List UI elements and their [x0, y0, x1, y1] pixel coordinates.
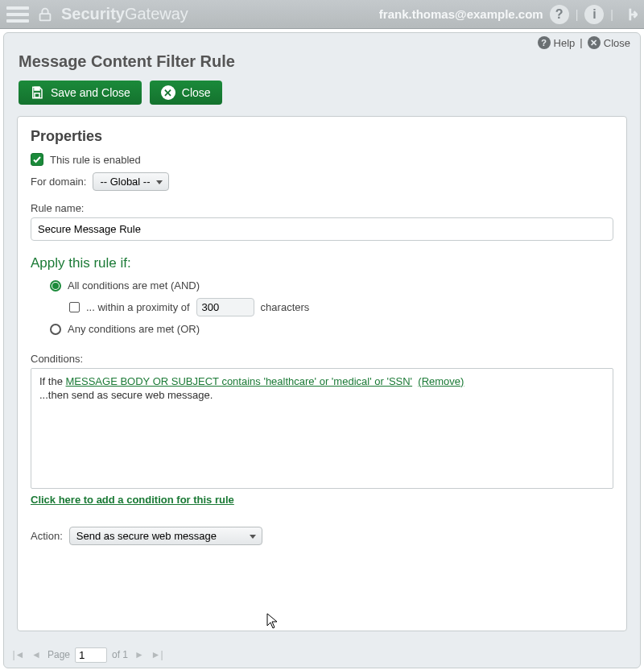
- condition-prefix: If the: [39, 375, 66, 387]
- and-label: All conditions are met (AND): [68, 279, 200, 292]
- save-icon: [30, 85, 44, 100]
- proximity-prefix: ... within a proximity of: [86, 301, 190, 313]
- proximity-checkbox[interactable]: [69, 302, 80, 312]
- help-badge-icon: ?: [538, 36, 551, 49]
- help-link-label: Help: [554, 37, 576, 49]
- condition-then-text: ...then send as secure web message.: [39, 389, 605, 401]
- rule-name-label: Rule name:: [31, 202, 84, 214]
- condition-link[interactable]: MESSAGE BODY OR SUBJECT contains 'health…: [66, 375, 413, 387]
- app-topbar: SecurityGateway frank.thomas@example.com…: [0, 0, 644, 29]
- brand-title: SecurityGateway: [61, 5, 188, 23]
- main-panel: ?Help | ✕Close Message Content Filter Ru…: [3, 32, 641, 668]
- conditions-logic: All conditions are met (AND) ... within …: [31, 279, 613, 335]
- panel-header: ?Help | ✕Close: [4, 33, 640, 49]
- properties-card: Properties This rule is enabled For doma…: [17, 116, 627, 631]
- divider: |: [580, 36, 582, 49]
- apply-title: Apply this rule if:: [31, 255, 613, 271]
- help-icon[interactable]: ?: [550, 5, 569, 24]
- condition-remove-link[interactable]: (Remove): [418, 375, 464, 387]
- and-radio[interactable]: [50, 280, 61, 292]
- svg-rect-0: [40, 14, 51, 20]
- enabled-checkbox[interactable]: [31, 153, 43, 166]
- user-email: frank.thomas@example.com: [379, 7, 543, 21]
- proximity-input[interactable]: [196, 298, 254, 316]
- properties-title: Properties: [31, 128, 613, 145]
- action-row: Action: Send as secure web message: [31, 527, 613, 545]
- rule-name-input[interactable]: [31, 217, 613, 241]
- pager-next-icon[interactable]: ►: [133, 649, 146, 660]
- pager: |◄ ◄ Page of 1 ► ►|: [9, 645, 635, 664]
- close-badge-icon: ✕: [588, 36, 601, 49]
- pager-prev-icon[interactable]: ◄: [30, 649, 43, 660]
- divider: |: [610, 8, 613, 21]
- svg-rect-2: [35, 93, 39, 97]
- pager-page-input[interactable]: [75, 647, 107, 663]
- or-radio[interactable]: [50, 324, 61, 335]
- conditions-box: If the MESSAGE BODY OR SUBJECT contains …: [31, 368, 613, 489]
- domain-row: For domain: -- Global --: [31, 172, 613, 191]
- brand-light: Gateway: [125, 5, 188, 23]
- action-select[interactable]: Send as secure web message: [69, 527, 262, 545]
- action-label: Action:: [31, 530, 63, 542]
- info-icon[interactable]: i: [584, 5, 604, 24]
- close-link[interactable]: ✕Close: [588, 36, 630, 49]
- pager-first-icon[interactable]: |◄: [12, 649, 25, 660]
- enabled-label: This rule is enabled: [50, 154, 141, 166]
- close-button-label: Close: [182, 86, 211, 99]
- close-icon: ✕: [161, 85, 175, 100]
- toolbar: Save and Close ✕ Close: [4, 81, 640, 116]
- add-condition-link[interactable]: Click here to add a condition for this r…: [31, 494, 234, 506]
- save-and-close-button[interactable]: Save and Close: [19, 81, 142, 105]
- close-link-label: Close: [604, 37, 630, 49]
- proximity-suffix: characters: [261, 301, 310, 313]
- conditions-label: Conditions:: [31, 353, 613, 365]
- brand-bold: Security: [61, 5, 125, 23]
- help-link[interactable]: ?Help: [538, 36, 576, 49]
- svg-rect-1: [35, 87, 39, 90]
- domain-label: For domain:: [31, 176, 86, 188]
- save-button-label: Save and Close: [51, 86, 130, 99]
- divider: |: [576, 8, 579, 21]
- logout-icon[interactable]: [620, 6, 638, 23]
- rule-name-block: Rule name:: [31, 202, 613, 241]
- page-title: Message Content Filter Rule: [4, 49, 640, 81]
- lock-icon: [34, 3, 56, 26]
- enabled-row: This rule is enabled: [31, 153, 613, 166]
- domain-select[interactable]: -- Global --: [93, 172, 169, 191]
- pager-of-label: of 1: [112, 649, 128, 660]
- or-label: Any conditions are met (OR): [68, 323, 200, 335]
- pager-last-icon[interactable]: ►|: [151, 649, 163, 660]
- pager-page-label: Page: [47, 649, 70, 660]
- menu-icon[interactable]: [6, 3, 29, 26]
- close-button[interactable]: ✕ Close: [150, 81, 222, 105]
